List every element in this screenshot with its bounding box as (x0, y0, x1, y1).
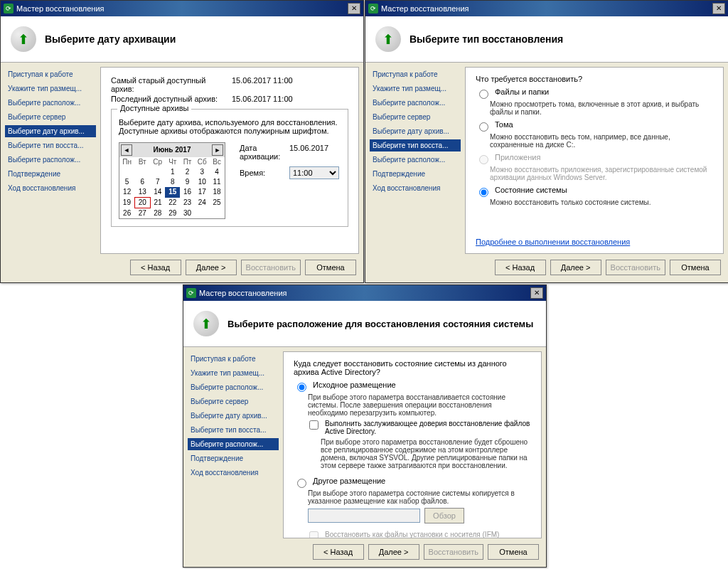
systemstate-desc: Можно восстановить только состояние сист… (490, 198, 713, 206)
sidebar: Приступая к работе Укажите тип размещ...… (183, 347, 283, 538)
authoritative-checkbox[interactable] (309, 420, 318, 430)
systemstate-label: Состояние системы (495, 186, 567, 194)
sidebar-item-type[interactable]: Выберите тип восста... (370, 139, 461, 151)
header: ⬆ Выберите тип восстановления (365, 16, 728, 63)
sidebar-item-destination[interactable]: Выберите располож... (5, 154, 96, 166)
apps-radio (479, 155, 488, 164)
back-button[interactable]: < Назад (495, 260, 546, 275)
sidebar-item-start[interactable]: Приступая к работе (188, 353, 279, 365)
content-pane: Самый старый доступный архив:15.06.2017 … (100, 67, 359, 254)
sidebar-item-start[interactable]: Приступая к работе (370, 68, 461, 80)
next-button[interactable]: Далее > (368, 544, 419, 560)
calendar[interactable]: ◄ Июнь 2017 ► ПнВтСрЧтПтСбВс 1234 567891… (119, 142, 225, 219)
sidebar-item-progress[interactable]: Ход восстановления (370, 182, 461, 194)
sidebar-item-date[interactable]: Выберите дату архив... (370, 125, 461, 137)
sidebar-item-confirm[interactable]: Подтверждение (5, 168, 96, 180)
window-title: Мастер восстановления (16, 4, 104, 13)
next-month-button[interactable]: ► (212, 144, 223, 156)
window-title: Мастер восстановления (381, 4, 469, 13)
original-radio[interactable] (297, 383, 306, 392)
cancel-button[interactable]: Отмена (670, 260, 721, 275)
volumes-radio[interactable] (479, 122, 488, 132)
sidebar-item-location[interactable]: Выберите располож... (370, 97, 461, 109)
authoritative-desc: При выборе этого параметра восстановлени… (321, 438, 531, 469)
cancel-button[interactable]: Отмена (305, 260, 356, 275)
sidebar-item-loc-type[interactable]: Укажите тип размещ... (5, 83, 96, 95)
sidebar-item-confirm[interactable]: Подтверждение (188, 452, 279, 464)
path-input (308, 509, 420, 523)
sidebar-item-confirm[interactable]: Подтверждение (370, 168, 461, 180)
files-radio[interactable] (479, 90, 488, 99)
content-pane: Что требуется восстановить? Файлы и папк… (465, 67, 724, 254)
authoritative-label: Выполнить заслуживающее доверия восстано… (325, 420, 531, 435)
group-legend: Доступные архивы (117, 104, 191, 112)
sidebar-item-server[interactable]: Выберите сервер (188, 395, 279, 408)
sidebar-item-type[interactable]: Выберите тип восста... (5, 139, 96, 151)
dialog-footer: < Назад Далее > Восстановить Отмена (365, 254, 728, 281)
alternate-radio[interactable] (297, 479, 306, 488)
sidebar-item-progress[interactable]: Ход восстановления (5, 182, 96, 194)
learn-more-link[interactable]: Подробнее о выполнении восстановления (476, 238, 630, 246)
back-button[interactable]: < Назад (313, 544, 364, 560)
sidebar-item-destination[interactable]: Выберите располож... (188, 438, 279, 450)
newest-value: 15.06.2017 11:00 (232, 95, 293, 103)
wizard-icon: ⬆ (193, 311, 219, 336)
back-button[interactable]: < Назад (130, 260, 181, 275)
calendar-grid[interactable]: ПнВтСрЧтПтСбВс 1234 567891011 1213141516… (119, 157, 225, 218)
app-icon: ⟳ (4, 4, 14, 14)
page-title: Выберите дату архивации (45, 33, 176, 45)
sidebar-item-destination[interactable]: Выберите располож... (370, 154, 461, 166)
sidebar: Приступая к работе Укажите тип размещ...… (365, 63, 465, 254)
next-button[interactable]: Далее > (550, 260, 601, 275)
apps-label: Приложения (495, 153, 540, 161)
time-select[interactable]: 11:00 (289, 166, 339, 179)
sidebar-item-type[interactable]: Выберите тип восста... (188, 424, 279, 436)
sidebar-item-date[interactable]: Выберите дату архив... (5, 125, 96, 137)
ifm-label: Восстановить как файлы установки с носит… (325, 531, 499, 538)
sidebar-item-server[interactable]: Выберите сервер (370, 111, 461, 123)
sidebar-item-loc-type[interactable]: Укажите тип размещ... (188, 367, 279, 379)
sidebar-item-progress[interactable]: Ход восстановления (188, 467, 279, 479)
content-pane: Куда следует восстановить состояние сист… (283, 351, 542, 538)
group-description: Выберите дату архива, используемого для … (119, 118, 341, 135)
sidebar: Приступая к работе Укажите тип размещ...… (1, 63, 100, 254)
restore-button: Восстановить (424, 544, 483, 560)
titlebar: ⟳Мастер восстановления ✕ (1, 1, 363, 16)
oldest-value: 15.06.2017 11:00 (232, 76, 293, 93)
wizard-icon: ⬆ (11, 26, 36, 52)
wizard-icon: ⬆ (375, 26, 401, 52)
volumes-label: Тома (495, 120, 513, 129)
sidebar-item-location[interactable]: Выберите располож... (188, 381, 279, 393)
available-backups-group: Доступные архивы Выберите дату архива, и… (111, 109, 348, 227)
dialog-footer: < Назад Далее > Восстановить Отмена (183, 538, 546, 565)
oldest-label: Самый старый доступный архив: (111, 76, 225, 93)
sidebar-item-loc-type[interactable]: Укажите тип размещ... (370, 83, 461, 95)
files-desc: Можно просмотреть тома, включенные в это… (490, 100, 713, 116)
restore-button: Восстановить (606, 260, 665, 275)
close-icon[interactable]: ✕ (712, 3, 725, 14)
files-label: Файлы и папки (495, 87, 549, 96)
sidebar-item-location[interactable]: Выберите располож... (5, 97, 96, 109)
browse-button: Обзор (424, 508, 464, 523)
time-label: Время: (240, 169, 282, 177)
page-title: Выберите расположение для восстановления… (228, 319, 533, 329)
close-icon[interactable]: ✕ (348, 3, 360, 14)
dialog-select-type: ⟳Мастер восстановления ✕ ⬆ Выберите тип … (365, 0, 728, 283)
header: ⬆ Выберите расположение для восстановлен… (183, 301, 546, 347)
sidebar-item-date[interactable]: Выберите дату архив... (188, 410, 279, 422)
next-button[interactable]: Далее > (186, 260, 237, 275)
app-icon: ⟳ (368, 4, 378, 14)
cancel-button[interactable]: Отмена (488, 544, 539, 560)
systemstate-radio[interactable] (479, 188, 488, 197)
volumes-desc: Можно восстановить весь том, например, в… (490, 133, 713, 149)
archive-date-value: 15.06.2017 (289, 144, 328, 161)
sidebar-item-server[interactable]: Выберите сервер (5, 111, 96, 123)
prev-month-button[interactable]: ◄ (121, 144, 132, 156)
window-title: Мастер восстановления (199, 289, 287, 297)
prompt: Что требуется восстановить? (476, 75, 713, 83)
newest-label: Последний доступный архив: (111, 95, 225, 103)
close-icon[interactable]: ✕ (530, 287, 543, 299)
page-title: Выберите тип восстановления (410, 33, 563, 45)
titlebar: ⟳Мастер восстановления ✕ (183, 285, 546, 301)
sidebar-item-start[interactable]: Приступая к работе (5, 68, 96, 80)
